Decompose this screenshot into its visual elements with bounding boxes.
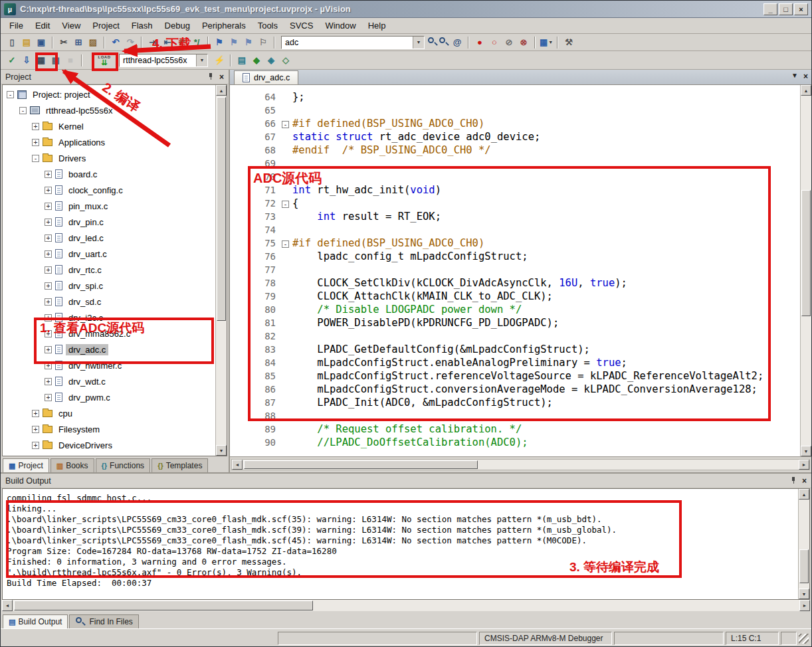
expand-icon[interactable]: + xyxy=(45,314,52,322)
output-line[interactable]: .\board\linker_scripts\LPC55S69_cm33_cor… xyxy=(7,535,798,546)
options-for-target-icon[interactable]: ⚡ xyxy=(212,54,227,67)
code-line[interactable]: 87 LPADC_Init(ADC0, &mLpadcConfigStruct)… xyxy=(230,396,800,409)
close-panel-icon[interactable]: × xyxy=(802,477,807,485)
scroll-down-icon[interactable]: ▼ xyxy=(801,446,811,456)
select-software-packs-icon[interactable]: ◇ xyxy=(278,54,293,67)
copy-icon[interactable]: ⊞ xyxy=(71,36,86,49)
expand-icon[interactable]: + xyxy=(45,394,52,401)
scroll-left-icon[interactable]: ◄ xyxy=(2,600,13,611)
fold-toggle-icon[interactable]: - xyxy=(282,201,289,208)
expand-icon[interactable]: + xyxy=(45,282,52,290)
uncomment-selection-icon[interactable]: */ xyxy=(189,36,204,49)
code-line[interactable]: 68#endif /* BSP_USING_ADC0_CH0 */ xyxy=(230,143,800,157)
scroll-right-icon[interactable]: ► xyxy=(799,460,809,470)
scroll-up-icon[interactable]: ▲ xyxy=(216,85,227,96)
panel-tab-books[interactable]: ▥Books xyxy=(51,458,94,472)
save-icon[interactable]: ▣ xyxy=(34,36,49,49)
scroll-left-icon[interactable]: ◄ xyxy=(232,460,243,470)
enable-breakpoint-icon[interactable]: ○ xyxy=(487,36,502,49)
expand-icon[interactable]: + xyxy=(45,219,52,226)
expand-icon[interactable]: + xyxy=(45,203,52,210)
menu-file[interactable]: File xyxy=(3,19,29,33)
window-layout-icon[interactable]: ▦▼ xyxy=(539,36,554,49)
tree-item-devicedrivers[interactable]: +DeviceDrivers xyxy=(3,437,215,453)
expand-icon[interactable]: + xyxy=(45,234,52,242)
output-line[interactable]: ".\build\rtthread-lpc55s6x.axf" - 0 Erro… xyxy=(7,567,798,578)
build-output-lines[interactable]: compiling fsl_sdmmc_host.c...linking....… xyxy=(3,489,798,599)
tree-item-drv-uart-c[interactable]: +drv_uart.c xyxy=(3,246,215,262)
code-line[interactable]: 77 xyxy=(230,263,800,276)
find-in-files-icon[interactable] xyxy=(75,616,86,628)
tree-item-drv-pwm-c[interactable]: +drv_pwm.c xyxy=(3,389,215,405)
expand-icon[interactable]: + xyxy=(45,346,52,353)
expand-icon[interactable]: + xyxy=(45,250,52,258)
target-combobox[interactable]: rtthread-lpc55s6x ▼ xyxy=(119,54,208,67)
code-line[interactable]: 69 xyxy=(230,157,800,170)
code-line[interactable]: 82 xyxy=(230,329,800,343)
scroll-track[interactable] xyxy=(13,600,799,611)
tree-item-board-c[interactable]: +board.c xyxy=(3,166,215,182)
bookmark-next-icon[interactable]: ⚑ xyxy=(241,36,256,49)
code-line[interactable]: 88 xyxy=(230,409,800,422)
tree-item-drv-sd-c[interactable]: +drv_sd.c xyxy=(3,294,215,310)
tree-item-pin-mux-c[interactable]: +pin_mux.c xyxy=(3,198,215,214)
output-line[interactable]: Build Time Elapsed: 00:00:37 xyxy=(7,578,798,589)
search-input[interactable]: adc xyxy=(282,38,413,47)
undo-icon[interactable]: ↶ xyxy=(108,36,123,49)
panel-tab-functions[interactable]: {}Functions xyxy=(96,458,151,472)
tree-item-project-project[interactable]: -Project: project xyxy=(3,86,215,102)
tab-drv-adc-c[interactable]: drv_adc.c xyxy=(234,70,298,84)
kill-all-breakpoints-icon[interactable]: ⊗ xyxy=(516,36,531,49)
disable-all-breakpoints-icon[interactable]: ⊘ xyxy=(502,36,516,49)
scroll-track[interactable] xyxy=(801,96,811,446)
indent-left-icon[interactable]: ⇤ xyxy=(160,36,175,49)
code-line[interactable]: 89 /* Request offset calibration. */ xyxy=(230,422,800,436)
code-line[interactable]: 74 xyxy=(230,223,800,236)
scroll-thumb[interactable] xyxy=(217,97,226,321)
tree-scrollbar[interactable]: ▲ ▼ xyxy=(215,85,227,456)
menu-debug[interactable]: Debug xyxy=(159,19,196,33)
panel-tab-templates[interactable]: {}Templates xyxy=(152,458,208,472)
expand-icon[interactable]: + xyxy=(45,298,52,306)
menu-flash[interactable]: Flash xyxy=(126,19,159,33)
tree-item-rtthread-lpc55s6x[interactable]: -rtthread-lpc55s6x xyxy=(3,102,215,118)
download-icon[interactable]: LOAD⇊ xyxy=(95,53,114,68)
output-horizontal-scrollbar[interactable]: ◄ ► xyxy=(2,600,810,611)
redo-icon[interactable]: ↷ xyxy=(123,36,138,49)
bottom-tab-build-output[interactable]: ▤Build Output xyxy=(3,614,68,628)
scroll-up-icon[interactable]: ▲ xyxy=(799,489,809,500)
expand-icon[interactable]: + xyxy=(45,171,52,178)
file-extensions-icon[interactable]: ▤ xyxy=(235,54,249,67)
bottom-tab-find-in-files[interactable]: Find In Files xyxy=(69,614,138,628)
menu-project[interactable]: Project xyxy=(86,19,125,33)
find-in-files-icon[interactable] xyxy=(439,37,450,48)
expand-icon[interactable]: + xyxy=(32,442,39,449)
expand-icon[interactable]: + xyxy=(45,378,52,385)
code-line[interactable]: 64}; xyxy=(230,90,800,104)
pin-icon[interactable] xyxy=(208,73,214,80)
configure-icon[interactable]: ⚒ xyxy=(561,36,576,49)
code-line[interactable]: 71int rt_hw_adc_init(void) xyxy=(230,183,800,197)
code-line[interactable]: 73 int result = RT_EOK; xyxy=(230,210,800,223)
expand-icon[interactable]: + xyxy=(45,362,52,369)
tree-item-drv-hwtimer-c[interactable]: +drv_hwtimer.c xyxy=(3,357,215,373)
code-lines[interactable]: 64};6566-#if defined(BSP_USING_ADC0_CH0)… xyxy=(230,85,800,456)
output-line[interactable]: Program Size: Code=167284 RO-data=13768 … xyxy=(7,546,798,557)
tree-item-drv-led-c[interactable]: +drv_led.c xyxy=(3,230,215,246)
tree-item-drv-i2c-c[interactable]: +drv_i2c.c xyxy=(3,310,215,325)
output-line[interactable]: .\board\linker_scripts\LPC55S69_cm33_cor… xyxy=(7,514,798,525)
incremental-find-icon[interactable]: @ xyxy=(450,36,464,49)
code-line[interactable]: 81 POWER_DisablePD(kPDRUNCFG_PD_LDOGPADC… xyxy=(230,316,800,329)
menu-view[interactable]: View xyxy=(56,19,86,33)
scroll-down-icon[interactable]: ▼ xyxy=(799,589,809,599)
code-line[interactable]: 80 /* Disable LDOGPADC power down */ xyxy=(230,303,800,316)
cut-icon[interactable]: ✂ xyxy=(56,36,71,49)
expand-icon[interactable]: + xyxy=(45,187,52,194)
rebuild-all-icon[interactable]: ▦ xyxy=(34,54,49,67)
manage-run-time-environment-icon[interactable]: ◆ xyxy=(249,54,264,67)
expand-icon[interactable]: - xyxy=(19,107,27,114)
tree-item-drivers[interactable]: -Drivers xyxy=(3,150,215,166)
tree-item-drv-pin-c[interactable]: +drv_pin.c xyxy=(3,214,215,230)
output-vertical-scrollbar[interactable]: ▲ ▼ xyxy=(798,489,809,599)
tree-item-applications[interactable]: +Applications xyxy=(3,134,215,150)
